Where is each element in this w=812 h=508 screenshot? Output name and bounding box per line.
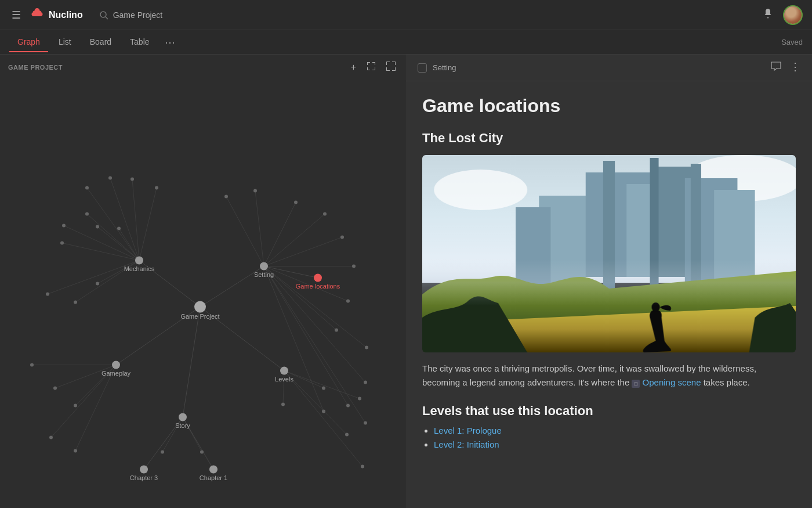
setting-checkbox[interactable] bbox=[418, 63, 427, 73]
logo-icon bbox=[30, 6, 44, 23]
svg-text:Game Project: Game Project bbox=[180, 313, 219, 320]
svg-text:Chapter 3: Chapter 3 bbox=[130, 474, 158, 481]
svg-text:Story: Story bbox=[175, 422, 190, 429]
svg-point-41 bbox=[323, 212, 327, 216]
tab-more-icon[interactable]: ⋯ bbox=[160, 31, 180, 53]
levels-title: Levels that use this location bbox=[422, 403, 796, 419]
svg-line-58 bbox=[264, 266, 365, 423]
svg-point-92 bbox=[112, 361, 120, 369]
svg-line-48 bbox=[264, 266, 336, 330]
svg-point-11 bbox=[85, 186, 89, 190]
svg-point-63 bbox=[53, 387, 57, 390]
svg-point-98 bbox=[140, 466, 148, 474]
svg-point-84 bbox=[194, 301, 206, 313]
svg-point-75 bbox=[281, 403, 285, 406]
svg-line-10 bbox=[87, 188, 139, 261]
saved-label: Saved bbox=[781, 38, 803, 46]
opening-scene-link[interactable]: Opening scene bbox=[643, 376, 701, 390]
svg-point-79 bbox=[361, 465, 364, 469]
svg-point-51 bbox=[365, 346, 368, 350]
svg-line-36 bbox=[255, 191, 264, 266]
collapse-button[interactable] bbox=[384, 60, 398, 74]
graph-controls: + bbox=[349, 60, 398, 74]
svg-point-17 bbox=[46, 293, 49, 296]
svg-text:Mechanics: Mechanics bbox=[124, 265, 155, 272]
svg-point-21 bbox=[130, 178, 134, 181]
svg-point-13 bbox=[108, 176, 112, 180]
svg-point-59 bbox=[364, 421, 367, 425]
topbar: ☰ Nuclino Game Project bbox=[0, 0, 812, 30]
right-panel-header: Setting ⋮ bbox=[406, 55, 812, 81]
svg-text:Levels: Levels bbox=[275, 376, 293, 383]
comment-icon[interactable] bbox=[770, 60, 782, 75]
expand-button[interactable] bbox=[364, 60, 378, 74]
level1-link[interactable]: Level 1: Prologue bbox=[434, 426, 502, 435]
svg-point-83 bbox=[200, 451, 204, 454]
svg-point-67 bbox=[49, 436, 53, 439]
description-text: The city was once a thriving metropolis.… bbox=[422, 362, 796, 390]
svg-point-100 bbox=[209, 466, 217, 474]
tab-list[interactable]: List bbox=[50, 33, 79, 52]
svg-line-6 bbox=[183, 307, 200, 417]
svg-point-86 bbox=[135, 257, 143, 265]
search-label: Game Project bbox=[113, 10, 163, 20]
svg-point-53 bbox=[364, 381, 367, 384]
level2-link[interactable]: Level 2: Initiation bbox=[434, 439, 499, 449]
svg-point-69 bbox=[74, 449, 77, 453]
search-bar[interactable]: Game Project bbox=[99, 10, 163, 20]
svg-point-90 bbox=[314, 274, 322, 282]
add-node-button[interactable]: + bbox=[349, 61, 358, 74]
svg-point-35 bbox=[224, 195, 228, 199]
svg-point-0 bbox=[100, 12, 106, 17]
app-name: Nuclino bbox=[49, 10, 83, 20]
breadcrumb-label: Setting bbox=[433, 63, 456, 72]
svg-line-12 bbox=[110, 178, 139, 261]
svg-point-27 bbox=[96, 225, 99, 229]
svg-line-42 bbox=[264, 237, 342, 266]
list-item: Level 2: Initiation bbox=[434, 439, 796, 450]
svg-point-23 bbox=[85, 212, 89, 216]
location-image bbox=[422, 155, 796, 352]
list-item: Level 1: Prologue bbox=[434, 426, 796, 436]
svg-point-37 bbox=[253, 189, 257, 193]
svg-point-96 bbox=[179, 413, 187, 421]
svg-point-61 bbox=[30, 363, 34, 367]
svg-point-73 bbox=[358, 397, 361, 401]
svg-point-43 bbox=[340, 236, 344, 239]
more-options-icon[interactable]: ⋮ bbox=[790, 60, 800, 75]
svg-point-65 bbox=[74, 404, 77, 408]
svg-point-47 bbox=[346, 300, 350, 303]
svg-point-55 bbox=[346, 404, 350, 408]
hamburger-icon[interactable]: ☰ bbox=[9, 6, 23, 24]
svg-line-18 bbox=[139, 188, 157, 261]
tab-table[interactable]: Table bbox=[122, 33, 157, 52]
tabsbar: Graph List Board Table ⋯ Saved bbox=[0, 30, 812, 55]
levels-section: Levels that use this location Level 1: P… bbox=[422, 403, 796, 450]
svg-point-15 bbox=[60, 242, 64, 245]
right-panel: Setting ⋮ Game locations The Lost City T… bbox=[406, 55, 812, 508]
topbar-right bbox=[762, 5, 803, 25]
logo: Nuclino bbox=[30, 6, 83, 23]
svg-line-1 bbox=[106, 17, 108, 19]
internal-link-icon: □ bbox=[632, 380, 640, 388]
svg-line-38 bbox=[264, 203, 296, 266]
avatar[interactable] bbox=[783, 5, 803, 25]
graph-panel: GAME PROJECT + Game ProjectMechanicsSett… bbox=[0, 55, 406, 508]
tab-board[interactable]: Board bbox=[82, 33, 119, 52]
svg-line-20 bbox=[132, 179, 139, 261]
svg-point-39 bbox=[294, 201, 298, 204]
svg-point-29 bbox=[117, 227, 121, 230]
bell-icon[interactable] bbox=[762, 8, 774, 22]
right-content: Game locations The Lost City The city wa… bbox=[406, 81, 812, 508]
svg-text:Setting: Setting bbox=[254, 271, 274, 278]
svg-line-30 bbox=[97, 261, 139, 284]
svg-text:Chapter 1: Chapter 1 bbox=[200, 474, 227, 481]
svg-line-34 bbox=[226, 197, 264, 266]
svg-point-25 bbox=[62, 224, 66, 228]
svg-point-71 bbox=[322, 387, 325, 390]
svg-line-14 bbox=[62, 243, 139, 261]
svg-point-77 bbox=[345, 433, 349, 437]
svg-point-19 bbox=[155, 186, 158, 190]
tab-graph[interactable]: Graph bbox=[9, 33, 48, 52]
graph-visualization[interactable]: Game ProjectMechanicsSettingGame locatio… bbox=[0, 80, 406, 508]
